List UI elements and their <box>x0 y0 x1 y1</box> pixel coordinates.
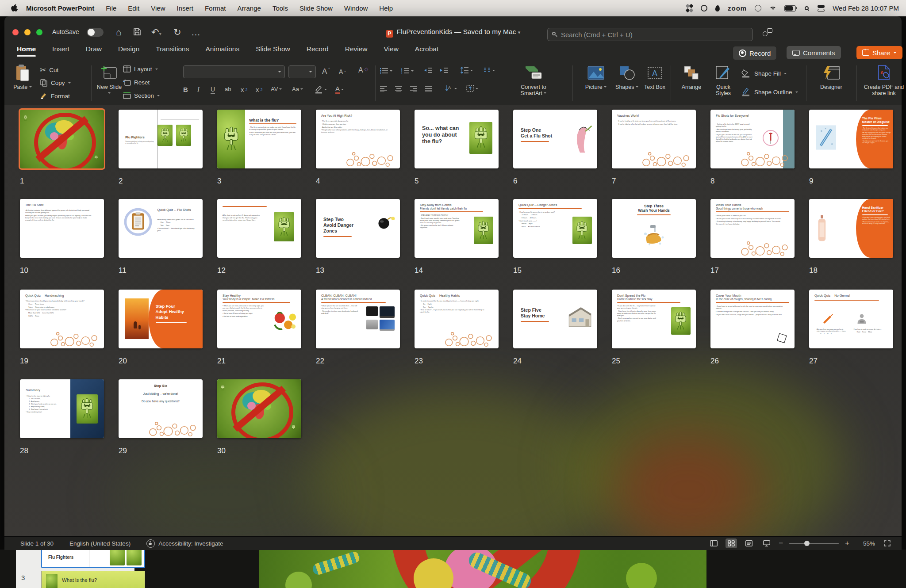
battery-icon[interactable] <box>784 5 796 11</box>
comments-button[interactable]: Comments <box>787 46 841 59</box>
text-direction-button[interactable]: A <box>445 85 457 92</box>
cut-button[interactable]: ✂Cut <box>40 65 58 75</box>
slide-thumbnail-9[interactable]: The Flu Virus Master of Disguise • The f… <box>809 110 893 168</box>
convert-to-smartart-button[interactable]: Convert to SmartArt <box>511 64 556 96</box>
menu-item-file[interactable]: File <box>100 4 122 12</box>
slideshow-view-icon[interactable] <box>761 538 772 548</box>
quick-styles-button[interactable]: Quick Styles <box>709 64 738 96</box>
format-painter-button[interactable]: Format <box>40 92 70 100</box>
slide-thumbnail-10[interactable]: The Flu Shot • A flu shot contains three… <box>20 199 104 258</box>
numbering-button[interactable]: 123 <box>401 67 414 74</box>
font-size-select[interactable] <box>288 65 316 78</box>
slide-thumbnail-20[interactable]: Step FourAdopt Healthy Habits <box>119 290 203 348</box>
slide-thumbnail-2[interactable]: Flu Fighters Simple guidelines to help y… <box>119 110 203 168</box>
slide-thumbnail-27[interactable]: Quick Quiz -- No Germs! After your fever… <box>809 290 893 348</box>
tab-home[interactable]: Home <box>17 45 36 57</box>
increase-font-size-button[interactable]: Aˆ <box>322 67 330 76</box>
copy-button[interactable]: Copy <box>40 79 71 87</box>
wifi-icon[interactable] <box>769 6 776 11</box>
align-left-button[interactable] <box>380 86 388 92</box>
slide-thumbnail-17[interactable]: Wash Your HandsGood things come to those… <box>710 199 795 258</box>
change-case-button[interactable]: Aa <box>292 86 303 92</box>
airplay-icon[interactable] <box>755 4 761 13</box>
slide-thumbnail-29[interactable]: Step Six Just kidding -- we're done! Do … <box>119 379 203 438</box>
zoom-in-button[interactable]: + <box>845 539 849 548</box>
underline-button[interactable]: U <box>211 86 215 94</box>
language-status[interactable]: English (United States) <box>69 540 131 547</box>
text-box-button[interactable]: AText Box <box>641 64 668 90</box>
tab-view[interactable]: View <box>384 45 399 57</box>
create-pdf-button[interactable]: ACreate PDF and share link <box>861 64 906 96</box>
menu-item-format[interactable]: Format <box>199 4 232 12</box>
menu-item-slide-show[interactable]: Slide Show <box>294 4 338 12</box>
character-spacing-button[interactable]: AV <box>271 86 282 92</box>
menu-item-arrange[interactable]: Arrange <box>232 4 267 12</box>
strikethrough-button[interactable]: ab <box>225 86 231 92</box>
reading-view-icon[interactable] <box>743 538 755 548</box>
align-center-button[interactable] <box>395 86 403 92</box>
background-thumbnail-slide2[interactable]: Flu Fighters <box>41 550 145 568</box>
superscript-button[interactable]: x2 <box>241 86 248 93</box>
menu-item-window[interactable]: Window <box>338 4 373 12</box>
align-text-button[interactable] <box>466 85 478 92</box>
font-name-select[interactable] <box>183 65 285 78</box>
slide-thumbnail-18[interactable]: Hand Sanitizer Friend or Foe? • If you d… <box>809 199 893 258</box>
slide-sorter-view-icon[interactable] <box>726 538 737 548</box>
zoom-percentage[interactable]: 55% <box>856 540 875 547</box>
justify-button[interactable] <box>425 86 433 92</box>
tab-slide-show[interactable]: Slide Show <box>256 45 290 57</box>
control-center-icon[interactable] <box>818 4 825 13</box>
slide-thumbnail-14[interactable]: Stay Away from GermsFriends don't let fr… <box>415 199 499 258</box>
section-button[interactable]: Section <box>123 92 160 99</box>
slide-thumbnail-28[interactable]: Summary • Follow the five steps for figh… <box>20 379 104 438</box>
fit-to-window-icon[interactable] <box>881 538 893 548</box>
slide-thumbnail-22[interactable]: CLEAN, CLEAN, CLEAN!A friend who's clean… <box>316 290 400 348</box>
layout-button[interactable]: Layout <box>123 65 158 73</box>
slide-thumbnail-5[interactable]: So... what can you do about the flu? <box>415 110 499 168</box>
zoom-slider[interactable] <box>789 543 839 544</box>
menu-item-edit[interactable]: Edit <box>122 4 145 12</box>
slide-thumbnail-7[interactable]: Vaccines Work! • If you're healthy, a fl… <box>612 110 696 168</box>
tab-record[interactable]: Record <box>307 45 329 57</box>
tab-insert[interactable]: Insert <box>52 45 69 57</box>
slide-thumbnail-1[interactable] <box>20 110 104 168</box>
arrange-button[interactable]: Arrange <box>678 64 705 90</box>
decrease-indent-button[interactable] <box>424 67 433 73</box>
bold-button[interactable]: B <box>183 86 188 93</box>
flame-icon[interactable] <box>715 4 720 13</box>
subscript-button[interactable]: x2 <box>256 86 263 93</box>
text-highlight-button[interactable] <box>314 85 327 94</box>
slide-thumbnail-21[interactable]: Stay HealthyYour body is a temple. Make … <box>217 290 301 348</box>
spotlight-icon[interactable] <box>804 5 810 11</box>
zoom-slider-knob[interactable] <box>804 541 810 546</box>
slide-thumbnail-13[interactable]: Step TwoAvoid Danger Zones <box>316 199 400 258</box>
sync-icon[interactable] <box>686 4 693 13</box>
normal-view-icon[interactable] <box>708 538 719 548</box>
new-slide-button[interactable]: New Slide <box>96 64 123 96</box>
search-input[interactable]: Search (Cmd + Ctrl + U) <box>547 28 753 41</box>
zoom-out-button[interactable]: − <box>779 539 783 548</box>
slide-thumbnail-16[interactable]: Step ThreeWash Your Hands <box>612 199 696 258</box>
creative-cloud-icon[interactable] <box>701 4 707 13</box>
menu-item-microsoft-powerpoint[interactable]: Microsoft PowerPoint <box>20 4 100 12</box>
apple-icon[interactable] <box>11 4 20 13</box>
zoom-menu-label[interactable]: zoom <box>728 4 747 13</box>
line-spacing-button[interactable] <box>460 67 473 74</box>
reset-button[interactable]: Reset <box>123 79 150 86</box>
shape-fill-button[interactable]: Shape Fill <box>741 69 787 78</box>
record-button[interactable]: Record <box>733 46 777 60</box>
slide-thumbnail-25[interactable]: Don't Spread the FluHome is where the si… <box>612 290 696 348</box>
slide-thumbnail-26[interactable]: Cover Your MouthIn the case of coughs, s… <box>710 290 795 348</box>
slide-thumbnail-12[interactable]: A flu shot is not perfect. It does not g… <box>217 199 301 258</box>
tab-animations[interactable]: Animations <box>206 45 240 57</box>
tab-design[interactable]: Design <box>118 45 139 57</box>
tab-review[interactable]: Review <box>345 45 368 57</box>
slide-thumbnail-11[interactable]: Quick Quiz -- Flu Shots • How many kinds… <box>119 199 203 258</box>
decrease-font-size-button[interactable]: Aˇ <box>339 67 346 76</box>
tab-acrobat[interactable]: Acrobat <box>415 45 438 57</box>
slide-thumbnail-15[interactable]: Quick Quiz -- Danger Zones • How long ca… <box>513 199 597 258</box>
presence-icon[interactable] <box>762 27 773 39</box>
font-color-button[interactable]: A <box>335 85 344 94</box>
menu-item-insert[interactable]: Insert <box>171 4 199 12</box>
tab-draw[interactable]: Draw <box>86 45 102 57</box>
